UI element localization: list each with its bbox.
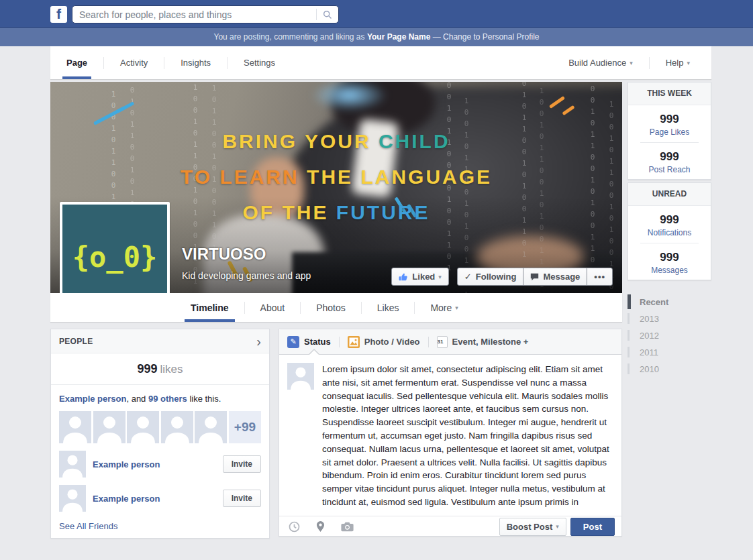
- notifications-stat[interactable]: 999 Notifications: [628, 206, 711, 243]
- invite-button[interactable]: Invite: [223, 455, 261, 473]
- avatar[interactable]: [59, 451, 86, 478]
- year-nav-2012[interactable]: 2012: [628, 327, 711, 344]
- tab-activity[interactable]: Activity: [104, 46, 164, 79]
- messages-stat[interactable]: 999 Messages: [628, 243, 711, 280]
- status-text[interactable]: Lorem ipsum dolor sit amet, consectetur …: [322, 363, 613, 508]
- liker-name-link[interactable]: Example person: [59, 394, 126, 404]
- this-week-panel: THIS WEEK 999 Page Likes 999 Post Reach: [628, 82, 711, 180]
- cover-title-line3-accent: FUTURE: [336, 201, 430, 223]
- top-navigation-bar: f: [0, 0, 753, 28]
- notice-page-name: Your Page Name: [367, 32, 430, 42]
- tab-more[interactable]: More▾: [415, 293, 473, 322]
- search-icon[interactable]: [317, 6, 338, 23]
- caret-down-icon: ▾: [630, 60, 633, 66]
- messages-label[interactable]: Messages: [628, 266, 711, 275]
- boost-post-button[interactable]: Boost Post▾: [499, 518, 566, 536]
- more-likers-badge[interactable]: +99: [229, 411, 261, 443]
- friend-name-link[interactable]: Example person: [93, 459, 160, 469]
- location-pin-icon[interactable]: [316, 521, 325, 532]
- year-nav-2010[interactable]: 2010: [628, 361, 711, 378]
- cover-button-group: ✓ Following Message •••: [457, 268, 613, 286]
- post-reach-value: 999: [628, 150, 711, 164]
- message-button[interactable]: Message: [523, 268, 587, 286]
- following-button[interactable]: ✓ Following: [457, 268, 524, 286]
- composer-tabs: ✎ Status Photo / Video 31 Event, Milesto…: [279, 329, 621, 355]
- pencil-icon: ✎: [287, 336, 299, 348]
- tab-photos[interactable]: Photos: [301, 293, 361, 322]
- see-all-friends-link[interactable]: See All Friends: [59, 521, 261, 531]
- facebook-page-admin-view: f You are posting, commenting and liking…: [0, 0, 753, 560]
- more-actions-button[interactable]: •••: [587, 268, 613, 286]
- unread-header: UNREAD: [628, 183, 711, 206]
- cover-title-line1: BRING YOUR: [222, 130, 378, 152]
- invite-row: Example person Invite: [59, 451, 261, 478]
- invite-button[interactable]: Invite: [223, 490, 261, 507]
- profile-picture-logo: {o_0}: [62, 205, 167, 293]
- tab-event-milestone[interactable]: 31 Event, Milestone +: [429, 329, 537, 354]
- post-button[interactable]: Post: [570, 518, 615, 536]
- avatar[interactable]: [195, 411, 227, 443]
- caret-down-icon: ▾: [438, 274, 442, 280]
- friend-name-link[interactable]: Example person: [93, 494, 160, 504]
- facebook-logo[interactable]: f: [50, 6, 67, 23]
- calendar-icon: 31: [437, 336, 448, 348]
- tab-photo-video[interactable]: Photo / Video: [340, 329, 428, 354]
- composer-avatar: [287, 363, 314, 508]
- caret-down-icon: ▾: [687, 60, 690, 66]
- notifications-label[interactable]: Notifications: [628, 228, 711, 237]
- page-tabs-bar: Timeline About Photos Likes More▾: [50, 293, 622, 322]
- caret-down-icon: ▾: [556, 523, 559, 530]
- page-subtitle: Kid developing games and app: [182, 270, 311, 281]
- profile-picture[interactable]: {o_0}: [60, 202, 170, 293]
- avatar[interactable]: [93, 411, 126, 443]
- year-nav-2013[interactable]: 2013: [628, 311, 711, 327]
- photo-icon: [348, 336, 360, 348]
- tab-timeline[interactable]: Timeline: [175, 293, 244, 322]
- avatar[interactable]: [161, 411, 193, 443]
- cover-title-line1-accent: CHILD: [379, 130, 450, 152]
- tab-page[interactable]: Page: [50, 46, 103, 79]
- page-likes-stat[interactable]: 999 Page Likes: [628, 105, 711, 142]
- camera-icon[interactable]: [341, 522, 354, 532]
- thumbs-up-icon: [399, 272, 408, 282]
- build-audience-menu[interactable]: Build Audience▾: [552, 46, 649, 79]
- cover-title-line2: TO LEARN: [181, 166, 307, 188]
- avatar[interactable]: [127, 411, 159, 443]
- post-composer: ✎ Status Photo / Video 31 Event, Milesto…: [279, 329, 622, 537]
- post-reach-stat[interactable]: 999 Post Reach: [628, 143, 711, 180]
- composer-footer: Boost Post▾ Post: [279, 516, 621, 537]
- post-reach-label[interactable]: Post Reach: [628, 165, 711, 174]
- page-likes-label[interactable]: Page Likes: [628, 127, 711, 137]
- search-bar[interactable]: [72, 5, 339, 23]
- tab-insights[interactable]: Insights: [164, 46, 227, 79]
- messages-value: 999: [628, 251, 711, 264]
- people-title: PEOPLE: [59, 337, 93, 346]
- cover-action-buttons: Liked ▾ ✓ Following Message •••: [391, 268, 613, 286]
- cover-title-line3: OF THE: [243, 201, 336, 223]
- chevron-right-icon[interactable]: ›: [256, 335, 261, 348]
- avatar[interactable]: [59, 485, 86, 512]
- this-week-header: THIS WEEK: [628, 82, 711, 105]
- likes-count: 999: [137, 362, 157, 376]
- caret-down-icon: ▾: [455, 304, 458, 311]
- people-header[interactable]: PEOPLE ›: [51, 329, 269, 353]
- tab-settings[interactable]: Settings: [228, 46, 291, 79]
- cover-photo[interactable]: 1 0 0 1 0 1 1 0 0 1 0 1 0 0 1 1 0 1 1 0 …: [50, 82, 622, 293]
- search-input[interactable]: [72, 9, 316, 20]
- change-to-personal-profile-link[interactable]: Change to Personal Profile: [443, 32, 539, 42]
- page-title: VIRTUOSO: [182, 245, 266, 264]
- avatar[interactable]: [59, 411, 91, 443]
- year-nav-2011[interactable]: 2011: [628, 344, 711, 361]
- schedule-clock-icon[interactable]: [289, 521, 300, 533]
- liked-button[interactable]: Liked ▾: [391, 268, 449, 286]
- likers-tail-text: like this.: [187, 394, 221, 404]
- composer-body[interactable]: Lorem ipsum dolor sit amet, consectetur …: [279, 355, 621, 516]
- tab-likes[interactable]: Likes: [362, 293, 415, 322]
- admin-right-menu: Build Audience▾ Help▾: [552, 46, 711, 79]
- timeline-year-nav: Recent 2013 2012 2011 2010: [628, 294, 711, 378]
- year-nav-recent[interactable]: Recent: [628, 294, 711, 311]
- help-menu[interactable]: Help▾: [650, 46, 706, 79]
- tab-about[interactable]: About: [245, 293, 301, 322]
- others-count-link[interactable]: 99 others: [148, 394, 187, 404]
- message-bubble-icon: [530, 272, 539, 281]
